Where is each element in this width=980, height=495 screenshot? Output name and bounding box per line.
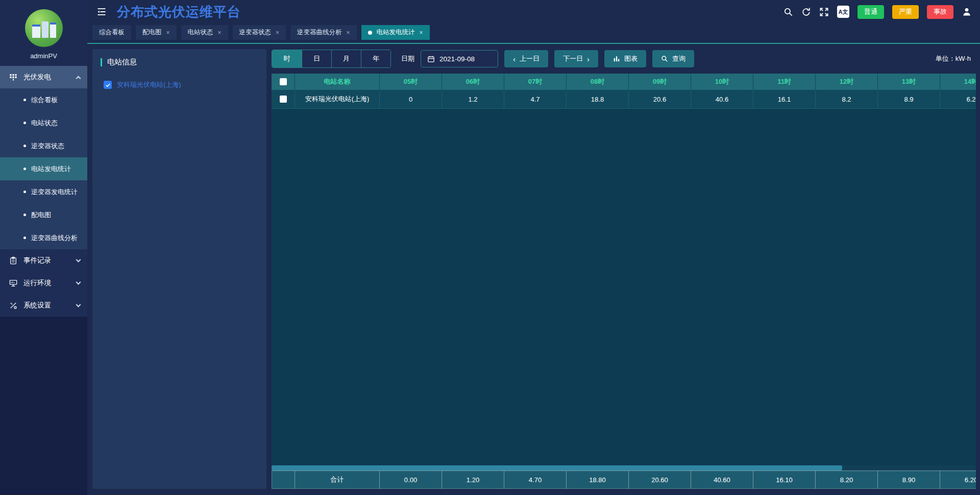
period-year-button[interactable]: 年	[361, 50, 390, 67]
tab-close-icon[interactable]: ×	[347, 29, 350, 36]
clipboard-icon	[9, 256, 17, 265]
submenu-item-inverter-status[interactable]: 逆变器状态	[0, 134, 87, 157]
total-cell: 0.00	[380, 470, 442, 489]
submenu-item-label: 逆变器曲线分析	[31, 233, 78, 243]
tab-close-icon[interactable]: ×	[218, 29, 222, 36]
sidebar-item-event-records[interactable]: 事件记录	[0, 249, 87, 272]
period-segmented-control: 时 日 月 年	[272, 50, 391, 68]
query-toolbar: 时 日 月 年 日期 2021-09-08 ‹ 上一日	[272, 44, 976, 74]
chevron-down-icon	[76, 257, 81, 262]
logged-in-user: adminPV	[0, 52, 87, 60]
refresh-icon[interactable]	[801, 7, 811, 17]
submenu-item-station-generation-stats[interactable]: 电站发电统计	[0, 157, 87, 180]
solar-grid-icon	[9, 73, 17, 81]
scrollbar-thumb[interactable]	[272, 465, 842, 470]
footer-empty-cell	[272, 470, 295, 489]
station-tree-item[interactable]: 安科瑞光伏电站(上海)	[104, 80, 266, 89]
header-cell: 12时	[816, 74, 878, 90]
chevron-down-icon	[76, 302, 81, 307]
active-tab-dot	[368, 31, 372, 35]
bullet-icon	[23, 237, 26, 239]
total-cell: 20.60	[629, 470, 691, 489]
total-cell: 8.90	[878, 470, 940, 489]
unit-label: 单位：kW·h	[936, 54, 976, 63]
table-row: 安科瑞光伏电站(上海) 0 1.2 4.7 18.8 20.6 40.6 16.…	[272, 90, 976, 109]
row-checkbox[interactable]	[280, 96, 287, 103]
header-cell: 10时	[691, 74, 753, 90]
tab-inverter-curve-analysis[interactable]: 逆变器曲线分析 ×	[290, 25, 357, 40]
header-cell-station-name: 电站名称	[295, 74, 380, 90]
sidebar-item-operating-environment[interactable]: 运行环境	[0, 272, 87, 294]
submenu-item-station-status[interactable]: 电站状态	[0, 111, 87, 134]
next-day-button[interactable]: 下一日 ›	[554, 50, 598, 67]
tab-close-icon[interactable]: ×	[166, 29, 170, 36]
header-cell: 11时	[753, 74, 816, 90]
tab-station-generation-stats[interactable]: 电站发电统计 ×	[361, 25, 430, 40]
sidebar-item-system-settings[interactable]: 系统设置	[0, 294, 87, 317]
total-cell: 8.20	[816, 470, 878, 489]
submenu-item-label: 综合看板	[31, 96, 58, 105]
sidebar-item-pv-generation[interactable]: 光伏发电	[0, 66, 87, 88]
generation-table: 电站名称 05时 06时 07时 08时 09时 10时 11时 12时 13时…	[272, 74, 976, 489]
submenu-item-distribution-diagram[interactable]: 配电图	[0, 203, 87, 226]
sidebar: adminPV 光伏发电 综合看板 电站状态 逆变器状态 电站发电统计	[0, 0, 87, 495]
chart-button[interactable]: 图表	[604, 50, 646, 67]
cell-value: 20.6	[629, 90, 691, 108]
chevron-down-icon	[76, 279, 81, 285]
date-input[interactable]: 2021-09-08	[421, 50, 498, 67]
tab-inverter-status[interactable]: 逆变器状态 ×	[233, 25, 286, 40]
submenu-item-dashboard[interactable]: 综合看板	[0, 88, 87, 111]
collapse-menu-icon[interactable]	[96, 7, 107, 17]
submenu-item-inverter-curve-analysis[interactable]: 逆变器曲线分析	[0, 226, 87, 249]
user-icon[interactable]	[962, 7, 972, 17]
submenu-item-label: 电站发电统计	[31, 164, 71, 174]
page-title: 分布式光伏运维平台	[117, 3, 241, 21]
sidebar-item-label: 运行环境	[23, 278, 51, 288]
sidebar-item-label: 事件记录	[23, 256, 51, 265]
search-icon	[661, 55, 668, 62]
alarm-badge-severe[interactable]: 严重	[892, 5, 919, 19]
period-month-button[interactable]: 月	[331, 50, 361, 67]
tab-station-status[interactable]: 电站状态 ×	[181, 25, 228, 40]
header-cell: 14时	[940, 74, 976, 90]
total-cell: 4.70	[504, 470, 567, 489]
header-cell: 05时	[380, 74, 442, 90]
fullscreen-icon[interactable]	[819, 7, 829, 17]
prev-day-button[interactable]: ‹ 上一日	[504, 50, 548, 67]
header-cell: 06时	[442, 74, 504, 90]
table-empty-area	[272, 109, 976, 465]
total-cell: 1.20	[442, 470, 504, 489]
tab-close-icon[interactable]: ×	[420, 29, 423, 36]
chevron-right-icon: ›	[587, 55, 590, 63]
bullet-icon	[23, 99, 26, 101]
pv-submenu: 综合看板 电站状态 逆变器状态 电站发电统计 逆变器发电统计 配电图 逆变器曲线…	[0, 88, 87, 249]
translate-icon[interactable]: A文	[837, 6, 849, 18]
tab-label: 电站状态	[188, 28, 213, 37]
query-button[interactable]: 查询	[652, 50, 694, 67]
cell-value: 16.1	[753, 90, 816, 108]
tab-close-icon[interactable]: ×	[276, 29, 279, 36]
top-bar: 分布式光伏运维平台 A文 普通 严重 事故	[87, 0, 980, 23]
search-icon[interactable]	[783, 7, 793, 17]
table-header-row: 电站名称 05时 06时 07时 08时 09时 10时 11时 12时 13时…	[272, 74, 976, 90]
station-info-panel: 电站信息 安科瑞光伏电站(上海)	[92, 49, 266, 489]
period-hour-button[interactable]: 时	[272, 50, 302, 67]
alarm-badge-accident[interactable]: 事故	[927, 5, 953, 19]
content-area: 电站信息 安科瑞光伏电站(上海) 时 日 月 年	[87, 44, 980, 495]
cell-station-name: 安科瑞光伏电站(上海)	[295, 90, 380, 108]
submenu-item-inverter-generation-stats[interactable]: 逆变器发电统计	[0, 180, 87, 203]
cell-value: 0	[380, 90, 442, 108]
panel-title-row: 电站信息	[101, 57, 266, 67]
station-checkbox[interactable]	[104, 81, 112, 89]
tab-distribution-diagram[interactable]: 配电图 ×	[136, 25, 177, 40]
submenu-item-label: 电站状态	[31, 119, 58, 128]
date-value: 2021-09-08	[439, 55, 475, 63]
select-all-checkbox[interactable]	[280, 78, 287, 85]
total-cell: 40.60	[691, 470, 753, 489]
sidebar-item-label: 系统设置	[23, 301, 51, 310]
station-label[interactable]: 安科瑞光伏电站(上海)	[117, 80, 181, 89]
main-region: 分布式光伏运维平台 A文 普通 严重 事故	[87, 0, 980, 495]
tab-dashboard[interactable]: 综合看板	[92, 25, 131, 40]
period-day-button[interactable]: 日	[302, 50, 331, 67]
alarm-badge-normal[interactable]: 普通	[857, 5, 884, 19]
